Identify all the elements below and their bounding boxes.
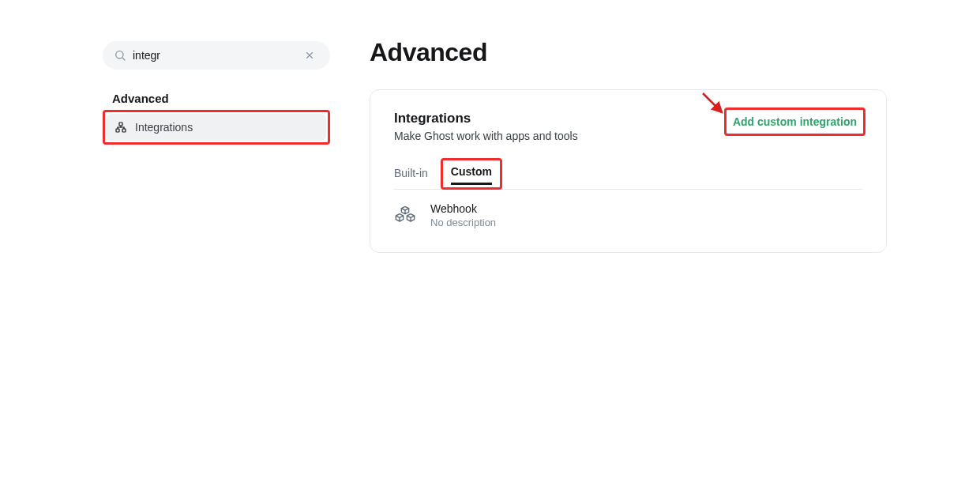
search-input-wrap[interactable] xyxy=(103,41,330,70)
sidebar: Advanced Integrations xyxy=(103,41,330,253)
integration-name: Webhook xyxy=(430,202,496,215)
search-input[interactable] xyxy=(133,49,300,62)
card-header: Integrations Make Ghost work with apps a… xyxy=(394,111,862,142)
svg-line-1 xyxy=(122,58,125,60)
sidebar-item-label: Integrations xyxy=(135,121,193,134)
svg-rect-6 xyxy=(122,129,126,132)
integrations-card: Integrations Make Ghost work with apps a… xyxy=(370,89,887,253)
clear-search-button[interactable] xyxy=(300,46,319,65)
cubes-icon xyxy=(394,205,416,227)
svg-point-0 xyxy=(116,51,123,58)
sidebar-section-heading: Advanced xyxy=(103,92,330,105)
close-icon xyxy=(304,50,315,61)
page-title: Advanced xyxy=(370,38,948,67)
annotation-box-add: Add custom integration xyxy=(724,107,865,136)
annotation-box-tab: Custom xyxy=(441,158,502,190)
integrations-icon xyxy=(115,121,127,134)
search-icon xyxy=(114,49,126,62)
tab-custom[interactable]: Custom xyxy=(451,164,492,185)
sidebar-item-integrations[interactable]: Integrations xyxy=(107,114,326,141)
add-custom-integration-button[interactable]: Add custom integration xyxy=(733,115,857,128)
annotation-box-sidebar: Integrations xyxy=(103,110,330,145)
integration-row[interactable]: Webhook No description xyxy=(394,190,862,228)
integration-description: No description xyxy=(430,217,496,228)
tab-builtin[interactable]: Built-in xyxy=(394,160,428,187)
svg-rect-4 xyxy=(119,122,122,126)
main: Advanced Integrations Make Ghost work wi… xyxy=(370,41,980,253)
tabs: Built-in Custom xyxy=(394,158,862,190)
card-subtitle: Make Ghost work with apps and tools xyxy=(394,130,578,142)
card-title: Integrations xyxy=(394,111,578,126)
svg-rect-5 xyxy=(116,129,119,132)
integration-meta: Webhook No description xyxy=(430,202,496,228)
